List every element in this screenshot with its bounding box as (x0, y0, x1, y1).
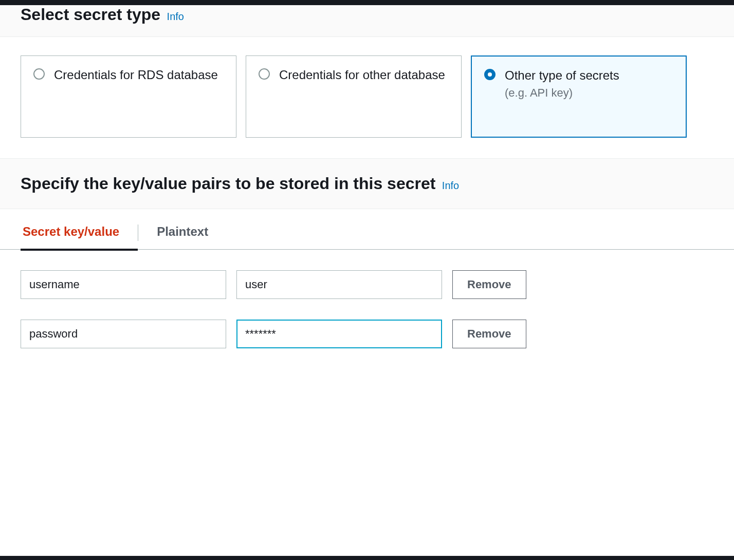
secret-type-options: Credentials for RDS database Credentials… (0, 37, 734, 159)
option-label: Credentials for RDS database (54, 66, 224, 84)
option-text: Credentials for RDS database (54, 66, 224, 84)
section2-title: Specify the key/value pairs to be stored… (21, 174, 435, 193)
radio-icon (484, 69, 496, 80)
kv-value-input[interactable] (236, 320, 442, 348)
tab-divider (138, 225, 138, 241)
section1-info-link[interactable]: Info (167, 11, 184, 22)
kv-row: Remove (21, 320, 713, 348)
top-bar (0, 0, 734, 5)
remove-button[interactable]: Remove (452, 320, 526, 348)
option-text: Credentials for other database (279, 66, 449, 84)
tab-secret-kv[interactable]: Secret key/value (21, 225, 138, 249)
kv-key-input[interactable] (21, 270, 226, 299)
kv-rows: Remove Remove (0, 250, 734, 348)
section1-header: Select secret type Info (0, 5, 734, 37)
section2-info-link[interactable]: Info (442, 180, 459, 191)
option-label: Credentials for other database (279, 66, 449, 84)
option-other-database[interactable]: Credentials for other database (246, 55, 462, 138)
remove-button[interactable]: Remove (452, 270, 526, 299)
option-sublabel: (e.g. API key) (505, 85, 673, 101)
section2-header: Specify the key/value pairs to be stored… (0, 159, 734, 209)
option-rds-credentials[interactable]: Credentials for RDS database (21, 55, 236, 138)
kv-key-input[interactable] (21, 320, 226, 348)
radio-icon (259, 68, 270, 80)
tabs: Secret key/value Plaintext (0, 209, 734, 250)
option-text: Other type of secrets (e.g. API key) (505, 67, 673, 101)
kv-row: Remove (21, 270, 713, 299)
kv-value-input[interactable] (236, 270, 442, 299)
option-other-secrets[interactable]: Other type of secrets (e.g. API key) (471, 55, 687, 138)
tab-plaintext[interactable]: Plaintext (155, 225, 227, 249)
section1-title: Select secret type (21, 5, 160, 24)
radio-icon (33, 68, 45, 80)
option-label: Other type of secrets (505, 67, 673, 84)
